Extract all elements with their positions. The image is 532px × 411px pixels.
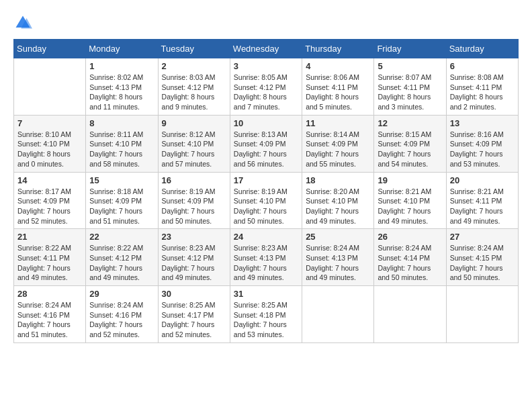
day-number: 22	[89, 232, 154, 242]
day-number: 28	[17, 289, 82, 299]
day-number: 21	[17, 232, 82, 242]
day-of-week-header: Sunday	[14, 40, 86, 58]
day-info: Sunrise: 8:11 AMSunset: 4:10 PMDaylight:…	[89, 130, 154, 169]
day-number: 18	[306, 175, 370, 185]
calendar-week-row: 14Sunrise: 8:17 AMSunset: 4:09 PMDayligh…	[14, 172, 519, 229]
calendar-cell: 31Sunrise: 8:25 AMSunset: 4:18 PMDayligh…	[230, 286, 302, 343]
day-info: Sunrise: 8:16 AMSunset: 4:09 PMDaylight:…	[450, 130, 515, 169]
calendar-body: 1Sunrise: 8:02 AMSunset: 4:13 PMDaylight…	[14, 58, 519, 343]
calendar-cell: 28Sunrise: 8:24 AMSunset: 4:16 PMDayligh…	[14, 286, 86, 343]
calendar-cell: 22Sunrise: 8:22 AMSunset: 4:12 PMDayligh…	[86, 229, 158, 286]
day-number: 20	[450, 175, 515, 185]
day-number: 16	[162, 175, 226, 185]
day-number: 9	[162, 118, 226, 128]
day-info: Sunrise: 8:12 AMSunset: 4:10 PMDaylight:…	[162, 130, 226, 169]
day-info: Sunrise: 8:24 AMSunset: 4:16 PMDaylight:…	[17, 300, 82, 340]
day-info: Sunrise: 8:24 AMSunset: 4:13 PMDaylight:…	[306, 243, 370, 283]
day-number: 1	[89, 61, 154, 71]
day-info: Sunrise: 8:05 AMSunset: 4:12 PMDaylight:…	[234, 73, 298, 112]
calendar-cell: 7Sunrise: 8:10 AMSunset: 4:10 PMDaylight…	[14, 115, 86, 172]
calendar-week-row: 7Sunrise: 8:10 AMSunset: 4:10 PMDaylight…	[14, 115, 519, 172]
calendar-cell	[302, 286, 374, 343]
day-number: 31	[234, 289, 298, 299]
day-info: Sunrise: 8:17 AMSunset: 4:09 PMDaylight:…	[17, 187, 82, 226]
day-info: Sunrise: 8:22 AMSunset: 4:12 PMDaylight:…	[89, 243, 154, 283]
calendar-cell: 4Sunrise: 8:06 AMSunset: 4:11 PMDaylight…	[302, 58, 374, 116]
day-number: 10	[234, 118, 298, 128]
day-number: 4	[306, 61, 370, 71]
day-number: 3	[234, 61, 298, 71]
calendar-cell: 15Sunrise: 8:18 AMSunset: 4:09 PMDayligh…	[86, 172, 158, 229]
day-info: Sunrise: 8:23 AMSunset: 4:13 PMDaylight:…	[234, 243, 298, 283]
calendar-cell: 8Sunrise: 8:11 AMSunset: 4:10 PMDaylight…	[86, 115, 158, 172]
day-info: Sunrise: 8:23 AMSunset: 4:12 PMDaylight:…	[162, 243, 226, 283]
calendar-cell	[446, 286, 518, 343]
day-number: 23	[162, 232, 226, 242]
day-info: Sunrise: 8:19 AMSunset: 4:09 PMDaylight:…	[162, 187, 226, 226]
calendar-cell: 25Sunrise: 8:24 AMSunset: 4:13 PMDayligh…	[302, 229, 374, 286]
day-info: Sunrise: 8:02 AMSunset: 4:13 PMDaylight:…	[89, 73, 154, 112]
calendar-week-row: 1Sunrise: 8:02 AMSunset: 4:13 PMDaylight…	[14, 58, 519, 116]
day-info: Sunrise: 8:24 AMSunset: 4:15 PMDaylight:…	[450, 243, 515, 283]
day-number: 6	[450, 61, 515, 71]
day-number: 11	[306, 118, 370, 128]
day-info: Sunrise: 8:14 AMSunset: 4:09 PMDaylight:…	[306, 130, 370, 169]
day-info: Sunrise: 8:21 AMSunset: 4:11 PMDaylight:…	[450, 187, 515, 226]
day-info: Sunrise: 8:19 AMSunset: 4:10 PMDaylight:…	[234, 187, 298, 226]
day-number: 26	[378, 232, 442, 242]
day-number: 15	[89, 175, 154, 185]
day-number: 19	[378, 175, 442, 185]
calendar-cell: 21Sunrise: 8:22 AMSunset: 4:11 PMDayligh…	[14, 229, 86, 286]
day-number: 14	[17, 175, 82, 185]
calendar-cell	[374, 286, 446, 343]
calendar-cell: 5Sunrise: 8:07 AMSunset: 4:11 PMDaylight…	[374, 58, 446, 116]
day-info: Sunrise: 8:22 AMSunset: 4:11 PMDaylight:…	[17, 243, 82, 283]
day-info: Sunrise: 8:21 AMSunset: 4:10 PMDaylight:…	[378, 187, 442, 226]
calendar-cell: 2Sunrise: 8:03 AMSunset: 4:12 PMDaylight…	[158, 58, 230, 116]
day-info: Sunrise: 8:20 AMSunset: 4:10 PMDaylight:…	[306, 187, 370, 226]
calendar-cell: 19Sunrise: 8:21 AMSunset: 4:10 PMDayligh…	[374, 172, 446, 229]
calendar-cell: 29Sunrise: 8:24 AMSunset: 4:16 PMDayligh…	[86, 286, 158, 343]
calendar-cell: 27Sunrise: 8:24 AMSunset: 4:15 PMDayligh…	[446, 229, 518, 286]
day-number: 27	[450, 232, 515, 242]
day-info: Sunrise: 8:25 AMSunset: 4:18 PMDaylight:…	[234, 300, 298, 340]
calendar-cell: 18Sunrise: 8:20 AMSunset: 4:10 PMDayligh…	[302, 172, 374, 229]
day-number: 8	[89, 118, 154, 128]
calendar-cell: 17Sunrise: 8:19 AMSunset: 4:10 PMDayligh…	[230, 172, 302, 229]
day-number: 5	[378, 61, 442, 71]
day-of-week-header: Wednesday	[230, 40, 302, 58]
calendar-cell: 6Sunrise: 8:08 AMSunset: 4:11 PMDaylight…	[446, 58, 518, 116]
day-info: Sunrise: 8:06 AMSunset: 4:11 PMDaylight:…	[306, 73, 370, 112]
day-info: Sunrise: 8:03 AMSunset: 4:12 PMDaylight:…	[162, 73, 226, 112]
calendar-cell	[14, 58, 86, 116]
calendar-cell: 11Sunrise: 8:14 AMSunset: 4:09 PMDayligh…	[302, 115, 374, 172]
day-number: 30	[162, 289, 226, 299]
calendar-cell: 30Sunrise: 8:25 AMSunset: 4:17 PMDayligh…	[158, 286, 230, 343]
day-number: 29	[89, 289, 154, 299]
calendar-cell: 9Sunrise: 8:12 AMSunset: 4:10 PMDaylight…	[158, 115, 230, 172]
day-of-week-header: Friday	[374, 40, 446, 58]
day-info: Sunrise: 8:24 AMSunset: 4:14 PMDaylight:…	[378, 243, 442, 283]
calendar-cell: 14Sunrise: 8:17 AMSunset: 4:09 PMDayligh…	[14, 172, 86, 229]
calendar-cell: 1Sunrise: 8:02 AMSunset: 4:13 PMDaylight…	[86, 58, 158, 116]
calendar-cell: 26Sunrise: 8:24 AMSunset: 4:14 PMDayligh…	[374, 229, 446, 286]
day-info: Sunrise: 8:10 AMSunset: 4:10 PMDaylight:…	[17, 130, 82, 169]
calendar-cell: 13Sunrise: 8:16 AMSunset: 4:09 PMDayligh…	[446, 115, 518, 172]
calendar-cell: 3Sunrise: 8:05 AMSunset: 4:12 PMDaylight…	[230, 58, 302, 116]
calendar-header-row: SundayMondayTuesdayWednesdayThursdayFrid…	[14, 40, 519, 58]
day-info: Sunrise: 8:08 AMSunset: 4:11 PMDaylight:…	[450, 73, 515, 112]
calendar-cell: 12Sunrise: 8:15 AMSunset: 4:09 PMDayligh…	[374, 115, 446, 172]
day-of-week-header: Thursday	[302, 40, 374, 58]
logo	[13, 13, 35, 32]
calendar-cell: 23Sunrise: 8:23 AMSunset: 4:12 PMDayligh…	[158, 229, 230, 286]
calendar-cell: 24Sunrise: 8:23 AMSunset: 4:13 PMDayligh…	[230, 229, 302, 286]
day-info: Sunrise: 8:07 AMSunset: 4:11 PMDaylight:…	[378, 73, 442, 112]
day-number: 12	[378, 118, 442, 128]
day-number: 13	[450, 118, 515, 128]
page-header	[13, 13, 519, 32]
day-number: 2	[162, 61, 226, 71]
day-info: Sunrise: 8:15 AMSunset: 4:09 PMDaylight:…	[378, 130, 442, 169]
day-info: Sunrise: 8:18 AMSunset: 4:09 PMDaylight:…	[89, 187, 154, 226]
calendar-cell: 20Sunrise: 8:21 AMSunset: 4:11 PMDayligh…	[446, 172, 518, 229]
calendar-week-row: 28Sunrise: 8:24 AMSunset: 4:16 PMDayligh…	[14, 286, 519, 343]
